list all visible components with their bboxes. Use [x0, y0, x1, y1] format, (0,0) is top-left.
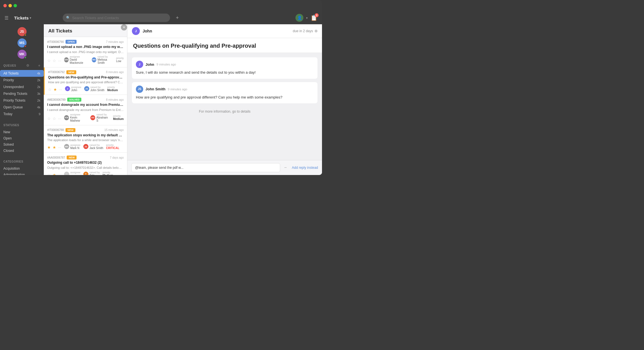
ticket-list-title: All Tickets [48, 28, 72, 34]
sidebar-status-open[interactable]: Open [0, 135, 44, 141]
ticket-list-header: All Tickets ✕ [44, 24, 127, 37]
star-5-2-icon[interactable]: ★ [53, 173, 56, 175]
avatar-mk[interactable]: MK [18, 50, 27, 59]
sidebar-item-today[interactable]: Today 9 [0, 111, 44, 117]
assignee-name-5: ~ [70, 174, 80, 175]
assignee-name-3: Kevin Mathew [70, 116, 87, 122]
sidebar-status-closed[interactable]: Closed [0, 148, 44, 154]
star-3-2-icon[interactable]: ☆ [53, 116, 56, 121]
star-2-1-icon[interactable]: ☆ [48, 87, 52, 92]
detail-header-name: John [143, 29, 152, 33]
search-input[interactable] [72, 16, 167, 20]
ticket-meta-1: ☆ ☆ ··· DM assignee David Mackenzie MS [47, 55, 124, 64]
sidebar-item-priority-tickets[interactable]: Priority Tickets 2k [0, 97, 44, 104]
notifications-button[interactable]: 📋 3 [310, 14, 317, 21]
topbar: ☰ Tickets ▾ 🔍 + 👤 ▾ 📋 3 [0, 11, 322, 24]
assignee-label-3: assignee [70, 113, 87, 116]
queues-gear-icon[interactable]: ⚙ [26, 64, 29, 67]
ticket-icons-2: ☆ ★ ··· [48, 87, 62, 92]
notification-badge: 3 [315, 13, 319, 17]
categories-header: CATEGORIES [3, 160, 40, 163]
add-ticket-button[interactable]: + [176, 15, 179, 21]
avatar-mk-status [24, 56, 27, 59]
user-avatar-button[interactable]: 👤 [295, 14, 303, 22]
ticket-card-top-3: #ME00006789 SOLVED 8 minutes ago [47, 98, 124, 102]
star-5-1-icon[interactable]: ☆ [47, 173, 51, 175]
ticket-status-3: SOLVED [67, 98, 81, 102]
sidebar-cat-acquisition[interactable]: Acquisition [0, 165, 44, 172]
ticket-card-1[interactable]: #IT00006790 OPEN 7 minutes ago I cannot … [44, 37, 127, 67]
all-tickets-label: All Tickets [3, 71, 37, 75]
message-time-1: 9 minutes ago [156, 63, 176, 66]
star-2-icon[interactable]: ☆ [53, 58, 56, 63]
ticket-card-3[interactable]: #ME00006789 SOLVED 8 minutes ago I canno… [44, 95, 127, 125]
dots-icon[interactable]: ··· [58, 58, 61, 63]
minimize-button[interactable] [8, 4, 12, 7]
sidebar-status-solved[interactable]: Solved [0, 141, 44, 148]
message-sender-1: John [145, 62, 154, 67]
close-panel-button[interactable]: ✕ [121, 24, 127, 30]
star-2-2-icon[interactable]: ★ [53, 87, 57, 92]
ticket-preview-2: How are pre qualifying and pre approval … [48, 80, 124, 84]
tickets-scroll[interactable]: #IT00006790 OPEN 7 minutes ago I cannot … [44, 37, 127, 175]
more-info-link[interactable]: For more information, go to details [132, 107, 317, 116]
priority-label: Priority [3, 78, 37, 82]
dots-4-icon[interactable]: ··· [58, 145, 61, 150]
categories-section: CATEGORIES [0, 158, 44, 165]
due-text: due in 2 days [293, 29, 313, 33]
avatar-ms[interactable]: MS [18, 38, 27, 47]
queues-header: QUEUES ⚙ + [3, 63, 40, 68]
ticket-priority-4: priority CRITICAL [106, 144, 119, 150]
ticket-assignee-5: ~ assignee ~ [64, 171, 80, 175]
title-chevron-icon: ▾ [30, 16, 31, 19]
dots-3-icon[interactable]: ··· [58, 116, 61, 121]
dots-2-icon[interactable]: ··· [59, 87, 62, 92]
search-bar[interactable]: 🔍 [63, 14, 170, 22]
unresponded-label: Unresponded [3, 85, 37, 89]
ticket-card-4[interactable]: #IT00006788 NEW 15 minutes ago The appli… [44, 125, 127, 153]
sidebar-item-priority[interactable]: Priority 2k [0, 77, 44, 84]
raised-label-1: raised by [97, 55, 113, 58]
priority-label-1: priority [116, 57, 124, 60]
priority-label-4: priority [106, 144, 119, 146]
dots-5-icon[interactable]: ··· [58, 173, 61, 175]
add-reply-button[interactable]: Add reply instead [292, 166, 318, 170]
maximize-button[interactable] [14, 4, 17, 7]
reply-minimize-icon[interactable]: − [284, 165, 287, 170]
star-1-icon[interactable]: ☆ [47, 58, 51, 63]
star-4-1-icon[interactable]: ★ [47, 145, 51, 150]
ticket-preview-3: I cannot downgrade my account from Premi… [47, 108, 124, 111]
message-2: JS John Smith 9 minutes ago How are pre … [132, 82, 317, 104]
sidebar-item-all-tickets[interactable]: All Tickets 4k [0, 70, 44, 77]
sidebar-item-unresponded[interactable]: Unresponded 2k [0, 84, 44, 90]
message-avatar-2: JS [136, 86, 143, 93]
ticket-priority-2: priority Medium [107, 86, 118, 92]
hamburger-icon[interactable]: ☰ [5, 15, 8, 21]
sidebar-item-open-queue[interactable]: Open Queue 4k [0, 104, 44, 111]
avatar-js[interactable]: JS [18, 27, 27, 36]
ticket-status-5: NEW [67, 156, 77, 159]
main-layout: JS MS MK QUEUES ⚙ + All Tickets 4k [0, 24, 322, 175]
ticket-card-5[interactable]: #AA00006787 NEW 7 days ago Outgoing call… [44, 153, 127, 175]
raised-label-5: raised by [90, 171, 100, 174]
sidebar-item-pending[interactable]: Pending Tickets 3k [0, 90, 44, 97]
close-button[interactable] [3, 4, 7, 7]
star-3-1-icon[interactable]: ☆ [47, 116, 51, 121]
assignee-label-1: assignee [70, 55, 89, 58]
topbar-right: 👤 ▾ 📋 3 [295, 14, 317, 22]
sidebar-status-new[interactable]: New [0, 129, 44, 135]
assignee-avatar-1: DM [64, 57, 69, 62]
queues-add-icon[interactable]: + [38, 63, 40, 68]
raised-name-5: Tets [90, 174, 100, 175]
search-icon: 🔍 [66, 16, 70, 20]
ticket-card-2[interactable]: #IT00006792 NEW 8 minutes ago Questions … [44, 67, 127, 95]
user-chevron-icon[interactable]: ▾ [306, 16, 308, 19]
sidebar-cat-administration[interactable]: Administration [0, 172, 44, 175]
unresponded-count: 2k [37, 85, 40, 89]
raised-avatar-5: T [83, 172, 88, 175]
due-dot-icon [315, 30, 317, 32]
reply-input[interactable]: @team, please send the pdf w... [131, 163, 280, 172]
app-title[interactable]: Tickets ▾ [14, 16, 31, 20]
star-4-2-icon[interactable]: ★ [53, 145, 56, 150]
statuses-section: STATUSES [0, 122, 44, 129]
